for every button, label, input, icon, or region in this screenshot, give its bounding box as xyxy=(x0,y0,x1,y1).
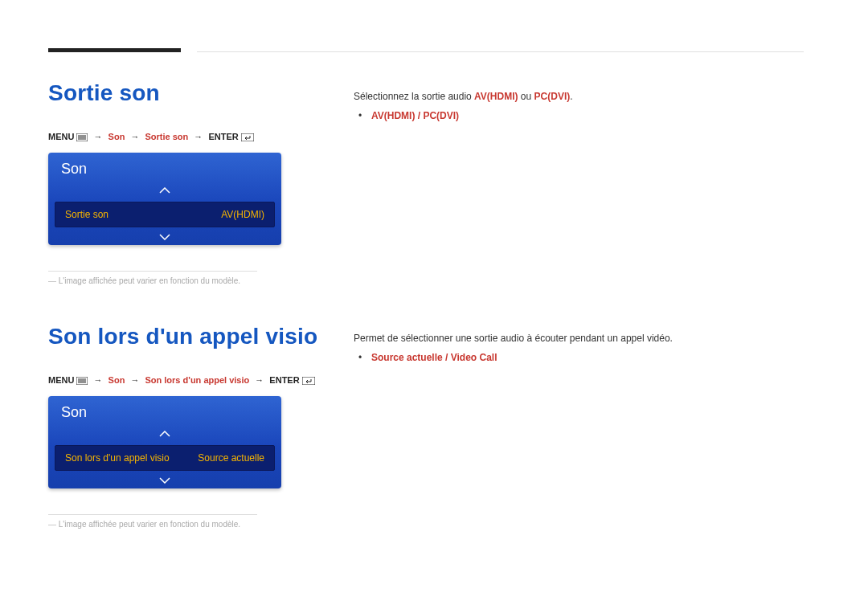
panel-title: Son xyxy=(48,153,281,184)
footnote-rule xyxy=(48,514,257,515)
menu-icon xyxy=(76,377,88,386)
section-title: Sortie son xyxy=(48,80,354,106)
breadcrumb: MENU → Son → Son lors d'un appel visio →… xyxy=(48,375,354,386)
footnote: L'image affichée peut varier en fonction… xyxy=(48,520,354,529)
osd-panel: Son Son lors d'un appel visio Source act… xyxy=(48,396,281,488)
list-item: AV(HDMI) / PC(DVI) xyxy=(366,108,804,124)
chevron-up-icon[interactable] xyxy=(48,184,281,198)
row-label: Sortie son xyxy=(65,209,108,220)
left-column: Son lors d'un appel visio MENU → Son → S… xyxy=(48,324,354,529)
bc-arrow: → xyxy=(252,375,267,385)
panel-title: Son xyxy=(48,396,281,427)
bc-arrow: → xyxy=(127,132,142,141)
bc-menu: MENU xyxy=(48,132,74,141)
bc-enter: ENTER xyxy=(269,375,299,385)
section-title: Son lors d'un appel visio xyxy=(48,324,354,349)
desc-text: ou xyxy=(518,91,534,102)
bc-enter: ENTER xyxy=(208,132,238,141)
footnote: L'image affichée peut varier en fonction… xyxy=(48,276,354,285)
breadcrumb: MENU → Son → Sortie son → ENTER xyxy=(48,132,354,143)
chevron-down-icon[interactable] xyxy=(48,231,281,245)
bc-path-1: Son xyxy=(108,375,125,385)
option-text: AV(HDMI) / PC(DVI) xyxy=(371,110,459,121)
menu-icon xyxy=(76,133,88,143)
desc-em: AV(HDMI) xyxy=(474,91,518,102)
right-column: Permet de sélectionner une sortie audio … xyxy=(354,324,804,366)
desc-em: PC(DVI) xyxy=(534,91,571,102)
header-rule xyxy=(197,51,804,52)
option-text: Source actuelle / Video Call xyxy=(371,352,497,363)
bc-arrow: → xyxy=(91,132,106,141)
svg-rect-4 xyxy=(241,133,254,141)
bc-arrow: → xyxy=(190,132,206,141)
bc-arrow: → xyxy=(91,375,106,385)
row-label: Son lors d'un appel visio xyxy=(65,452,170,464)
description: Sélectionnez la sortie audio AV(HDMI) ou… xyxy=(354,88,804,104)
svg-rect-9 xyxy=(302,377,315,385)
panel-row-selected[interactable]: Son lors d'un appel visio Source actuell… xyxy=(55,445,275,471)
section-sortie-son: Sortie son MENU → Son → Sortie son → ENT… xyxy=(48,80,804,285)
right-column: Sélectionnez la sortie audio AV(HDMI) ou… xyxy=(354,80,804,125)
chevron-down-icon[interactable] xyxy=(48,474,281,488)
enter-icon xyxy=(302,377,315,386)
left-column: Sortie son MENU → Son → Sortie son → ENT… xyxy=(48,80,354,285)
option-list: AV(HDMI) / PC(DVI) xyxy=(354,108,804,124)
description: Permet de sélectionner une sortie audio … xyxy=(354,330,804,346)
list-item: Source actuelle / Video Call xyxy=(366,349,804,366)
osd-panel: Son Sortie son AV(HDMI) xyxy=(48,153,281,245)
option-list: Source actuelle / Video Call xyxy=(354,349,804,366)
footnote-rule xyxy=(48,271,257,272)
header-bar xyxy=(48,48,181,52)
row-value: Source actuelle xyxy=(198,452,264,464)
desc-text: Sélectionnez la sortie audio xyxy=(354,91,474,102)
bc-arrow: → xyxy=(127,375,142,385)
page: Sortie son MENU → Son → Sortie son → ENT… xyxy=(0,0,868,613)
desc-text: . xyxy=(570,91,572,102)
bc-path-2: Son lors d'un appel visio xyxy=(145,375,249,385)
bc-menu: MENU xyxy=(48,375,74,385)
row-value: AV(HDMI) xyxy=(221,209,264,220)
chevron-up-icon[interactable] xyxy=(48,427,281,442)
panel-row-selected[interactable]: Sortie son AV(HDMI) xyxy=(55,202,275,227)
bc-path-2: Sortie son xyxy=(145,132,188,141)
enter-icon xyxy=(241,133,254,143)
bc-path-1: Son xyxy=(108,132,125,141)
section-son-appel-visio: Son lors d'un appel visio MENU → Son → S… xyxy=(48,324,804,529)
